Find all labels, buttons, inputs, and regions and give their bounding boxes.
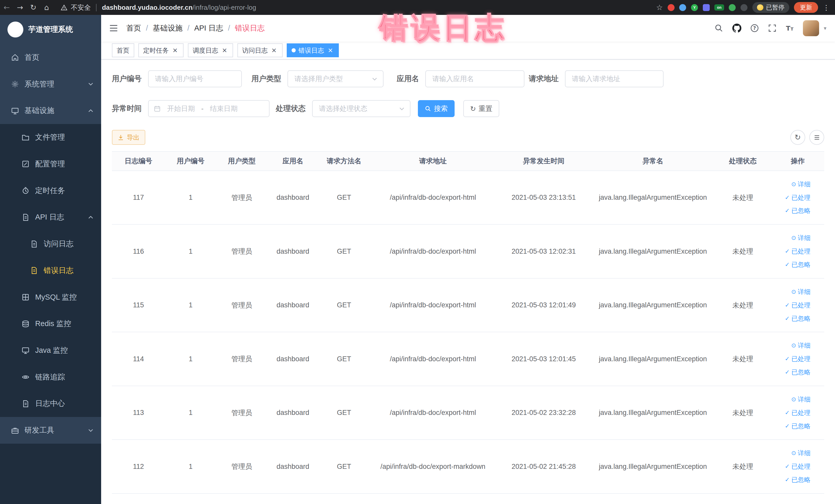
browser-home-icon[interactable]: ⌂ [40, 3, 54, 12]
detail-eye-icon: ⊙ [791, 339, 796, 352]
browser-menu-icon[interactable]: ⋮ [823, 4, 830, 12]
cell-status: 未处理 [715, 440, 771, 493]
action-ignored-link[interactable]: ✓已忽略 [773, 312, 810, 325]
app-title: 芋道管理系统 [28, 24, 73, 35]
sidebar-item-system[interactable]: 系统管理 [0, 71, 101, 98]
font-size-icon[interactable]: TT [786, 24, 794, 32]
sidebar-item-log-center[interactable]: 日志中心 [0, 390, 101, 417]
paused-extension-badge[interactable]: 已暂停 [752, 2, 789, 13]
extension-icon-indigo[interactable] [703, 4, 710, 11]
detail-eye-icon: ⊙ [791, 231, 796, 245]
user-type-select[interactable]: 请选择用户类型 [287, 70, 383, 87]
user-id-input[interactable] [148, 70, 242, 87]
app-name-input[interactable] [425, 70, 524, 87]
error-log-table: 日志编号用户编号用户类型应用名请求方法名请求地址异常发生时间异常名处理状态操作 … [112, 151, 824, 494]
action-ignored-link[interactable]: ✓已忽略 [773, 204, 810, 218]
close-tab-icon[interactable]: × [270, 47, 278, 54]
sidebar-item-home[interactable]: 首页 [0, 44, 101, 71]
action-detail-link[interactable]: ⊙详细 [773, 231, 810, 245]
exception-time-range[interactable]: 开始日期 - 结束日期 [148, 100, 269, 117]
github-icon[interactable] [732, 24, 741, 33]
action-detail-link[interactable]: ⊙详细 [773, 285, 810, 299]
process-status-select[interactable]: 请选择处理状态 [312, 100, 411, 117]
sidebar-item-error-log[interactable]: 错误日志 [0, 257, 101, 284]
extension-icon-blue[interactable] [679, 4, 686, 11]
cell-exception: java.lang.IllegalArgumentException [591, 332, 715, 386]
extension-icon-leaf[interactable] [729, 4, 736, 11]
help-icon[interactable]: ? [750, 24, 759, 32]
action-processed-link[interactable]: ✓已处理 [773, 191, 810, 204]
action-label: 已处理 [791, 352, 811, 366]
edit-icon [21, 160, 30, 168]
date-separator: - [201, 105, 204, 113]
request-url-input[interactable] [565, 70, 664, 87]
browser-forward-icon[interactable]: → [13, 3, 27, 12]
search-icon[interactable] [715, 24, 723, 32]
fullscreen-icon[interactable] [768, 24, 776, 32]
action-processed-link[interactable]: ✓已处理 [773, 460, 810, 473]
action-processed-link[interactable]: ✓已处理 [773, 245, 810, 258]
action-processed-link[interactable]: ✓已处理 [773, 406, 810, 420]
browser-update-button[interactable]: 更新 [794, 2, 818, 13]
tab-home[interactable]: 首页 [112, 43, 134, 57]
action-detail-link[interactable]: ⊙详细 [773, 339, 810, 352]
breadcrumb-item-1[interactable]: 基础设施 [153, 23, 183, 33]
sidebar-item-mysql[interactable]: MySQL 监控 [0, 284, 101, 311]
sidebar-item-access-log[interactable]: 访问日志 [0, 230, 101, 257]
avatar-caret-icon[interactable]: ▾ [824, 25, 826, 31]
sidebar-item-label: 配置管理 [35, 159, 65, 169]
address-bar[interactable]: 不安全 dashboard.yudao.iocoder.cn/infra/log… [61, 3, 652, 12]
cell-app-name: dashboard [267, 171, 318, 225]
sidebar-item-java[interactable]: Java 监控 [0, 337, 101, 364]
search-button[interactable]: 搜索 [418, 100, 454, 117]
exception-time-label: 异常时间 [112, 103, 142, 114]
close-tab-icon[interactable]: × [221, 47, 228, 54]
hamburger-icon[interactable] [101, 24, 126, 33]
close-tab-icon[interactable]: × [327, 47, 334, 54]
filter-exception-time: 异常时间 开始日期 - 结束日期 [112, 100, 269, 117]
cell-time: 2021-05-02 23:32:28 [496, 386, 591, 440]
sidebar-item-label: 访问日志 [44, 239, 74, 249]
close-tab-icon[interactable]: × [171, 47, 179, 54]
user-avatar[interactable] [803, 20, 819, 36]
action-detail-link[interactable]: ⊙详细 [773, 178, 810, 191]
browser-reload-icon[interactable]: ↻ [27, 3, 40, 12]
extension-icon-paw[interactable] [740, 4, 748, 11]
check-icon: ✓ [785, 473, 790, 486]
tab-job-log[interactable]: 调度日志× [188, 43, 233, 57]
action-label: 已处理 [791, 245, 811, 258]
app-logo[interactable]: 芋道管理系统 [0, 15, 101, 44]
browser-back-icon[interactable]: ← [0, 3, 13, 12]
reset-button[interactable]: ↻ 重置 [463, 100, 500, 117]
tab-job[interactable]: 定时任务× [138, 43, 184, 57]
export-button[interactable]: 导出 [112, 130, 145, 145]
sidebar-item-config[interactable]: 配置管理 [0, 151, 101, 177]
action-detail-link[interactable]: ⊙详细 [773, 446, 810, 460]
sidebar-item-job[interactable]: 定时任务 [0, 177, 101, 204]
sidebar-item-infra[interactable]: 基础设施 [0, 98, 101, 124]
action-detail-link[interactable]: ⊙详细 [773, 393, 810, 406]
action-processed-link[interactable]: ✓已处理 [773, 299, 810, 312]
sidebar-item-tracer[interactable]: 链路追踪 [0, 364, 101, 390]
cell-url: /api/infra/db-doc/export-html [370, 332, 496, 386]
sidebar-item-redis[interactable]: Redis 监控 [0, 310, 101, 337]
extension-icon-green-y[interactable]: Y [691, 4, 698, 11]
extension-icon-on-badge[interactable]: on [714, 4, 724, 11]
breadcrumb-item-2[interactable]: API 日志 [194, 23, 223, 33]
sidebar-item-file[interactable]: 文件管理 [0, 124, 101, 151]
action-processed-link[interactable]: ✓已处理 [773, 352, 810, 366]
sidebar-item-label: Java 监控 [35, 345, 68, 356]
column-settings-button[interactable] [809, 130, 824, 145]
tab-error-log[interactable]: 错误日志× [287, 43, 339, 57]
action-ignored-link[interactable]: ✓已忽略 [773, 258, 810, 271]
action-ignored-link[interactable]: ✓已忽略 [773, 420, 810, 433]
action-ignored-link[interactable]: ✓已忽略 [773, 366, 810, 379]
extension-icon-red[interactable] [668, 4, 675, 11]
sidebar-item-dev-tools[interactable]: 研发工具 [0, 417, 101, 444]
refresh-button[interactable]: ↻ [790, 130, 805, 145]
action-ignored-link[interactable]: ✓已忽略 [773, 473, 810, 486]
bookmark-star-icon[interactable]: ☆ [656, 3, 663, 12]
tab-access-log[interactable]: 访问日志× [238, 43, 283, 57]
sidebar-item-api-log[interactable]: API 日志 [0, 204, 101, 230]
breadcrumb-item-0[interactable]: 首页 [126, 23, 141, 33]
